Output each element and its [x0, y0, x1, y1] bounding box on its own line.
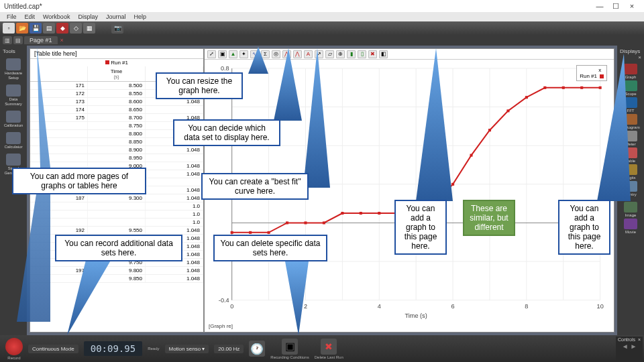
- gear-icon[interactable]: ✦: [239, 50, 248, 58]
- svg-rect-41: [451, 183, 454, 186]
- table-row[interactable]: 1929.5501.048: [30, 227, 203, 235]
- col-time[interactable]: Time(s): [88, 66, 146, 81]
- svg-rect-31: [268, 231, 270, 234]
- annotate-icon[interactable]: A: [304, 50, 313, 58]
- open-icon[interactable]: 📂: [16, 23, 28, 34]
- svg-text:2: 2: [304, 303, 307, 310]
- svg-text:0.8: 0.8: [221, 65, 229, 72]
- menu-help[interactable]: Help: [133, 13, 146, 20]
- table-row[interactable]: 1748.650: [30, 106, 203, 114]
- area-icon[interactable]: ▱: [325, 50, 334, 58]
- zoom-icon[interactable]: ⊕: [336, 50, 345, 58]
- timer-display: 00:09.95: [84, 341, 142, 356]
- control-bar: Record Continuous Mode 00:09.95 Ready Mo…: [0, 335, 644, 362]
- delete-run-button[interactable]: ✖: [321, 339, 337, 355]
- menu-display[interactable]: Display: [78, 13, 98, 20]
- table-row[interactable]: 1.0: [30, 219, 203, 227]
- svg-rect-30: [249, 231, 252, 234]
- display-graph[interactable]: Graph: [619, 63, 643, 80]
- mode-selector[interactable]: Continuous Mode: [28, 345, 78, 353]
- controls-arrows[interactable]: ◄ ►: [616, 343, 643, 350]
- add-page-icon[interactable]: ▤: [13, 36, 23, 44]
- display-movie[interactable]: Movie: [619, 218, 643, 235]
- maximize-button[interactable]: ☐: [608, 2, 624, 11]
- coord-icon[interactable]: ◎: [272, 50, 280, 58]
- controls-panel: Controls× ◄ ►: [616, 337, 643, 361]
- slope-icon[interactable]: ↗: [315, 50, 323, 58]
- displays-close-icon[interactable]: ×: [638, 54, 641, 60]
- callout-add-graph-1: You can add a graph to this page here.: [394, 200, 447, 255]
- resize-icon[interactable]: ⤢: [207, 50, 216, 58]
- table-row[interactable]: 8.950: [30, 154, 203, 162]
- svg-rect-49: [599, 86, 602, 89]
- add-graph-icon[interactable]: ▮: [347, 50, 356, 58]
- tab-close-icon[interactable]: ×: [60, 37, 64, 44]
- svg-text:8: 8: [525, 303, 528, 310]
- sidebar-calibration[interactable]: Calibration: [1, 109, 25, 129]
- display-meter[interactable]: Meter: [619, 130, 643, 147]
- svg-rect-45: [525, 96, 528, 99]
- col-index[interactable]: [30, 66, 88, 81]
- table-title[interactable]: [Table title here]: [30, 49, 203, 59]
- controls-close-icon[interactable]: ×: [638, 337, 641, 342]
- menu-workbook[interactable]: Workbook: [43, 13, 70, 20]
- display-histogram[interactable]: Histogram: [619, 113, 643, 130]
- curve-fit-icon[interactable]: ∿: [250, 50, 259, 58]
- tool-a-icon[interactable]: ⋀: [282, 50, 291, 58]
- tools-header: Tools: [1, 47, 25, 56]
- display-digits[interactable]: Digits: [619, 164, 643, 180]
- sensor-selector[interactable]: Motion senso ▾: [165, 345, 209, 353]
- sample-rate[interactable]: 20.00 Hz: [214, 345, 244, 353]
- sidebar-hardware-setup[interactable]: Hardware Setup: [1, 57, 25, 82]
- tool-b-icon[interactable]: ⋀: [293, 50, 302, 58]
- multi-y-icon[interactable]: ▯: [358, 50, 366, 58]
- display-fft[interactable]: FFT: [619, 97, 643, 113]
- table-row[interactable]: 9.8501.048: [30, 275, 203, 283]
- tool-icon-1[interactable]: ◆: [56, 23, 68, 34]
- display-text-entry-box[interactable]: Text Entry Box: [619, 180, 643, 201]
- sidebar-data-summary[interactable]: Data Summary: [1, 83, 25, 108]
- svg-rect-42: [470, 154, 472, 157]
- svg-rect-44: [506, 109, 509, 112]
- stats-icon[interactable]: Σ: [261, 50, 270, 58]
- sidebar-calculator[interactable]: Calculator: [1, 131, 25, 151]
- journal-icon[interactable]: ▦: [83, 23, 95, 34]
- close-button[interactable]: ×: [624, 2, 640, 10]
- page-tab[interactable]: Page #1: [24, 36, 58, 44]
- svg-rect-29: [231, 231, 233, 234]
- new-doc-icon[interactable]: ▫: [3, 23, 15, 34]
- table-row[interactable]: 1879.3001.048: [30, 194, 203, 202]
- rescale-icon[interactable]: ▣: [218, 50, 227, 58]
- graph-bottom-label[interactable]: [Graph re]: [205, 322, 614, 330]
- table-row[interactable]: 8.9001.048: [30, 146, 203, 154]
- workbook-icon[interactable]: ▥: [3, 36, 12, 44]
- snapshot-icon[interactable]: 📷: [111, 23, 123, 34]
- record-button[interactable]: [5, 338, 23, 355]
- graph-legend[interactable]: x Run #1: [576, 65, 607, 81]
- graph-toolbar: ⤢ ▣ ▲ ✦ ∿ Σ ◎ ⋀ ⋀ A ↗ ▱ ⊕ ▮ ▯ ✖ ◧: [205, 49, 614, 60]
- menu-file[interactable]: File: [7, 13, 17, 20]
- display-table[interactable]: Table: [619, 147, 643, 164]
- clock-icon[interactable]: 🕐: [249, 341, 265, 357]
- tool-icon-2[interactable]: ◇: [70, 23, 82, 34]
- svg-text:-0.4: -0.4: [219, 297, 229, 304]
- svg-text:0: 0: [230, 303, 233, 310]
- displays-header: Displays×: [619, 47, 643, 62]
- table-row[interactable]: 1979.8001.048: [30, 267, 203, 275]
- menu-journal[interactable]: Journal: [106, 13, 126, 20]
- page-tabs: ▥ ▤ Page #1 ×: [0, 35, 644, 46]
- props-icon[interactable]: ◧: [379, 50, 388, 58]
- data-select-icon[interactable]: ▲: [229, 50, 237, 58]
- delete-data-icon[interactable]: ✖: [368, 50, 377, 58]
- callout-add-graph-2: You can add a graph to this page here.: [558, 200, 610, 255]
- export-icon[interactable]: ▤: [43, 23, 55, 34]
- display-scope[interactable]: Scope: [619, 80, 643, 97]
- rec-conditions-button[interactable]: ▣: [282, 339, 298, 355]
- window-title: Untitled.cap*: [4, 3, 42, 10]
- table-row[interactable]: 1.0: [30, 210, 203, 219]
- menu-edit[interactable]: Edit: [25, 13, 36, 20]
- display-image[interactable]: Image: [619, 201, 643, 218]
- save-icon[interactable]: 💾: [30, 23, 42, 34]
- table-row[interactable]: 1.0: [30, 202, 203, 210]
- minimize-button[interactable]: —: [592, 2, 608, 10]
